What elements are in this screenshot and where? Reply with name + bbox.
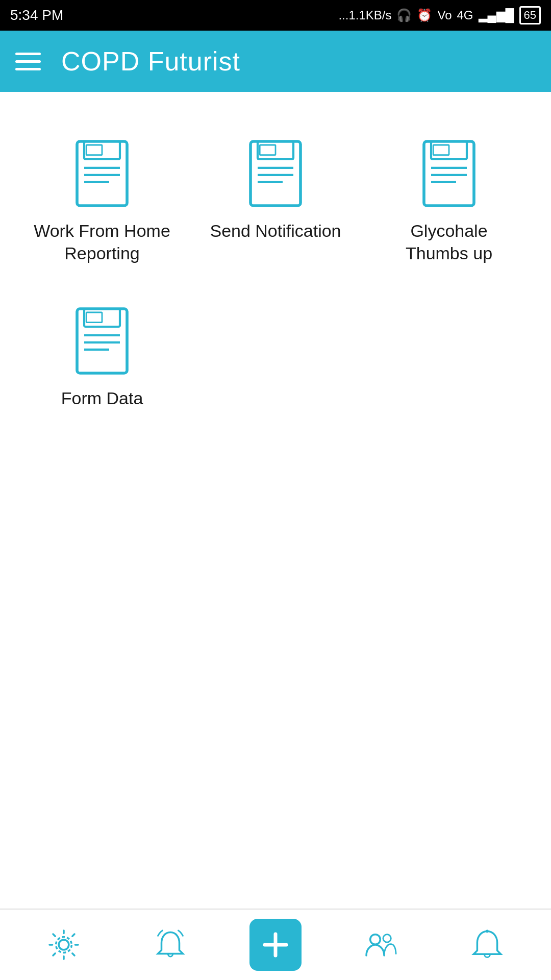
bell-icon	[469, 927, 505, 963]
send-notification-label: Send Notification	[210, 219, 341, 242]
bottom-nav-users[interactable]	[353, 922, 409, 968]
form-data-icon	[66, 305, 138, 377]
users-icon	[363, 927, 398, 963]
svg-rect-8	[260, 145, 276, 155]
gear-icon	[46, 927, 82, 963]
svg-point-30	[486, 930, 489, 933]
svg-point-24	[59, 940, 69, 950]
bottom-nav-add[interactable]	[249, 919, 302, 971]
4g-icon: 4G	[457, 8, 473, 22]
svg-rect-2	[86, 145, 102, 155]
status-bar: 5:34 PM ...1.1KB/s 🎧 ⏰ Vo 4G ▂▄▆█ 65	[0, 0, 551, 31]
send-notification-icon	[240, 138, 311, 209]
hamburger-menu[interactable]	[15, 53, 41, 70]
plus-icon	[258, 927, 293, 963]
svg-rect-14	[433, 145, 449, 155]
signal-icon: ▂▄▆█	[479, 8, 514, 22]
bottom-nav-alert[interactable]	[459, 922, 515, 968]
bottom-nav	[0, 909, 551, 980]
svg-point-29	[383, 935, 390, 942]
menu-item-form-data[interactable]: Form Data	[20, 290, 184, 425]
hamburger-line-3	[15, 68, 41, 70]
glycohale-icon	[413, 138, 485, 209]
form-data-label: Form Data	[61, 387, 143, 409]
app-title: COPD Futurist	[61, 46, 240, 77]
menu-item-work-from-home[interactable]: Work From Home Reporting	[20, 122, 184, 280]
bottom-nav-settings[interactable]	[36, 922, 92, 968]
menu-grid: Work From Home Reporting Send Notificati…	[10, 112, 541, 435]
glycohale-label: Glycohale Thumbs up	[378, 219, 520, 264]
svg-point-28	[370, 935, 380, 945]
bottom-nav-notifications[interactable]	[142, 922, 198, 968]
network-speed: ...1.1KB/s	[338, 8, 391, 22]
menu-item-send-notification[interactable]: Send Notification	[194, 122, 357, 280]
work-from-home-icon	[66, 138, 138, 209]
vo-icon: Vo	[437, 8, 452, 22]
bell-active-icon	[153, 927, 188, 963]
work-from-home-label: Work From Home Reporting	[31, 219, 173, 264]
hamburger-line-2	[15, 60, 41, 63]
menu-item-glycohale[interactable]: Glycohale Thumbs up	[367, 122, 531, 280]
alarm-icon: ⏰	[417, 8, 432, 22]
nav-bar: COPD Futurist	[0, 31, 551, 92]
battery-icon: 65	[519, 6, 541, 24]
svg-rect-20	[86, 312, 102, 323]
headphone-icon: 🎧	[396, 8, 412, 22]
status-time: 5:34 PM	[10, 7, 63, 23]
main-content: Work From Home Reporting Send Notificati…	[0, 92, 551, 909]
hamburger-line-1	[15, 53, 41, 55]
status-right: ...1.1KB/s 🎧 ⏰ Vo 4G ▂▄▆█ 65	[338, 6, 541, 24]
